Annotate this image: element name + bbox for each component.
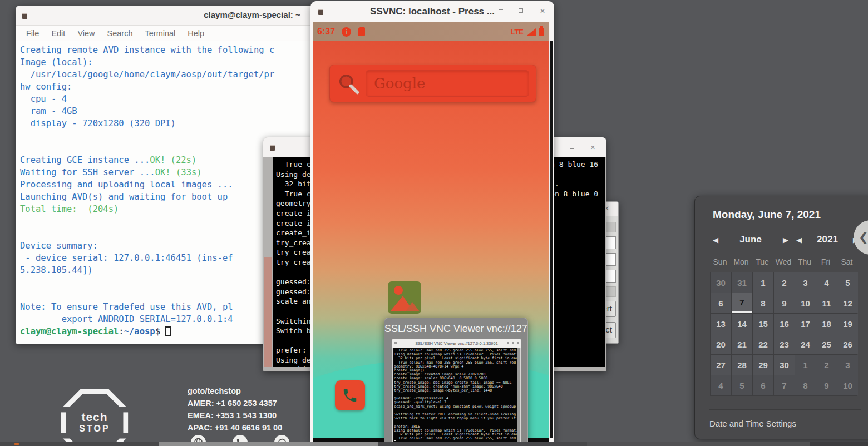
close-icon[interactable]: ✕ xyxy=(590,144,595,151)
date-time-settings-link[interactable]: Date and Time Settings xyxy=(709,419,868,428)
taskbar-app-indicator[interactable] xyxy=(14,443,19,445)
search-input[interactable]: Google xyxy=(366,70,529,97)
calendar-day-8[interactable]: 8 xyxy=(753,293,773,313)
signal-icon xyxy=(527,28,536,36)
calendar-day-24[interactable]: 24 xyxy=(795,334,816,354)
ssvnc-title: SSVNC: localhost - Press ... xyxy=(310,6,554,17)
thumbnail-terminal-output: True colour: max red 255 green 255 blue … xyxy=(393,348,517,442)
calendar-day-25[interactable]: 25 xyxy=(816,334,837,354)
vnc-scrollbar-vertical[interactable] xyxy=(549,41,553,438)
calendar-popup[interactable]: Monday, June 7, 2021 ◀ June ▶ ◀ 2021 ▶ S… xyxy=(694,196,868,439)
text-cursor xyxy=(394,440,396,442)
calendar-day-14[interactable]: 14 xyxy=(732,314,752,334)
close-icon xyxy=(517,342,519,344)
calendar-day-31[interactable]: 31 xyxy=(732,272,752,293)
calendar-day-5[interactable]: 5 xyxy=(732,375,752,395)
calendar-day-27[interactable]: 27 xyxy=(711,355,731,375)
terminal-line: scale_and_mark_rect: using constant pixe… xyxy=(394,405,516,409)
calendar-day-10[interactable]: 10 xyxy=(837,375,858,395)
phone-app-icon[interactable] xyxy=(335,380,365,410)
menu-search[interactable]: Search xyxy=(101,29,139,38)
calendar-year: 2021 xyxy=(810,234,845,245)
prev-month-icon[interactable]: ◀ xyxy=(713,236,726,244)
thumbnail-titlebar: SSL/SSH VNC Viewer vnc://127.0.0.1:33951 xyxy=(392,339,521,348)
calendar-day-9[interactable]: 9 xyxy=(774,293,795,313)
calendar-day-30[interactable]: 30 xyxy=(774,355,795,375)
calendar-day-6[interactable]: 6 xyxy=(753,375,773,395)
search-icon[interactable] xyxy=(338,73,360,97)
window-preview-tooltip[interactable]: SSL/SSH VNC Viewer vnc://127... SSL/SSH … xyxy=(384,318,528,446)
calendar-day-21[interactable]: 21 xyxy=(732,334,752,354)
calendar-day-17[interactable]: 17 xyxy=(795,314,816,334)
calendar-date-title: Monday, June 7, 2021 xyxy=(713,209,868,221)
maximize-icon[interactable] xyxy=(570,145,574,149)
calendar-day-12[interactable]: 12 xyxy=(837,293,858,313)
calendar-day-19[interactable]: 19 xyxy=(837,314,858,334)
gallery-icon[interactable] xyxy=(388,281,421,316)
calendar-day-10[interactable]: 10 xyxy=(795,293,816,313)
day-header-thu: Thu xyxy=(794,257,815,266)
calendar-month: June xyxy=(726,234,775,245)
calendar-day-30[interactable]: 30 xyxy=(711,272,731,293)
calendar-day-22[interactable]: 22 xyxy=(753,334,773,354)
day-header-wed: Wed xyxy=(773,257,794,266)
calendar-grid: 3031123456789101112131415161718192021222… xyxy=(710,272,857,396)
text-cursor xyxy=(165,326,171,336)
calendar-day-20[interactable]: 20 xyxy=(711,334,731,354)
thumbnail-scrollbar xyxy=(517,348,520,442)
ssvnc-titlebar[interactable]: SSVNC: localhost - Press ... ✕ xyxy=(310,1,554,22)
menu-edit[interactable]: Edit xyxy=(45,29,71,38)
google-search-widget[interactable]: Google xyxy=(329,65,536,102)
scrollbar-track[interactable] xyxy=(263,157,273,367)
calendar-day-29[interactable]: 29 xyxy=(753,355,773,375)
close-icon[interactable]: ✕ xyxy=(540,7,545,15)
maximize-icon xyxy=(512,342,514,344)
calendar-day-4[interactable]: 4 xyxy=(711,375,731,395)
calendar-day-11[interactable]: 11 xyxy=(816,293,837,313)
day-header-mon: Mon xyxy=(731,257,752,266)
taskbar-segment[interactable] xyxy=(159,442,378,446)
calendar-day-16[interactable]: 16 xyxy=(774,314,795,334)
menu-help[interactable]: Help xyxy=(181,29,210,38)
terminal-line xyxy=(394,440,516,442)
calendar-day-3[interactable]: 3 xyxy=(795,272,816,293)
terminal-line: try_create_image: image->bytes_per_line:… xyxy=(394,389,516,393)
prev-year-icon[interactable]: ◀ xyxy=(796,236,810,244)
calendar-day-7[interactable]: 7 xyxy=(774,375,795,395)
calendar-day-2[interactable]: 2 xyxy=(816,355,837,375)
taskbar-segment[interactable] xyxy=(0,442,159,446)
taskbar-segment[interactable] xyxy=(378,442,587,446)
calendar-day-28[interactable]: 28 xyxy=(732,355,752,375)
next-month-icon[interactable]: ▶ xyxy=(775,236,788,244)
preview-thumbnail[interactable]: SSL/SSH VNC Viewer vnc://127.0.0.1:33951… xyxy=(392,339,521,443)
calendar-day-1[interactable]: 1 xyxy=(795,355,816,375)
calendar-day-13[interactable]: 13 xyxy=(711,314,731,334)
calendar-day-4[interactable]: 4 xyxy=(816,272,837,293)
calendar-day-26[interactable]: 26 xyxy=(837,334,858,354)
calendar-divider xyxy=(709,409,861,410)
scrollbar-thumb[interactable] xyxy=(264,257,272,367)
menu-view[interactable]: View xyxy=(71,29,101,38)
maximize-icon[interactable] xyxy=(519,8,523,13)
calendar-day-3[interactable]: 3 xyxy=(837,355,858,375)
calendar-day-7-selected[interactable]: 7 xyxy=(732,293,752,313)
carrier-label: LTE xyxy=(510,28,524,36)
menu-file[interactable]: File xyxy=(20,29,45,38)
calendar-day-18[interactable]: 18 xyxy=(816,314,837,334)
calendar-day-9[interactable]: 9 xyxy=(816,375,837,395)
calendar-navigation: ◀ June ▶ ◀ 2021 ▶ xyxy=(713,234,859,245)
calendar-day-23[interactable]: 23 xyxy=(774,334,795,354)
calendar-day-15[interactable]: 15 xyxy=(753,314,773,334)
taskbar[interactable] xyxy=(0,442,868,446)
status-time: 6:37 xyxy=(317,27,335,37)
day-header-tue: Tue xyxy=(752,257,773,266)
terminal-line: Switch back to Tight via the Popup menu … xyxy=(394,417,516,420)
minimize-icon[interactable] xyxy=(499,9,503,10)
calendar-day-8[interactable]: 8 xyxy=(795,375,816,395)
calendar-day-1[interactable]: 1 xyxy=(753,272,773,293)
calendar-day-2[interactable]: 2 xyxy=(774,272,795,293)
calendar-day-6[interactable]: 6 xyxy=(711,293,731,313)
taskbar-segment[interactable] xyxy=(587,442,810,446)
menu-terminal[interactable]: Terminal xyxy=(139,29,182,38)
calendar-day-5[interactable]: 5 xyxy=(837,272,858,293)
